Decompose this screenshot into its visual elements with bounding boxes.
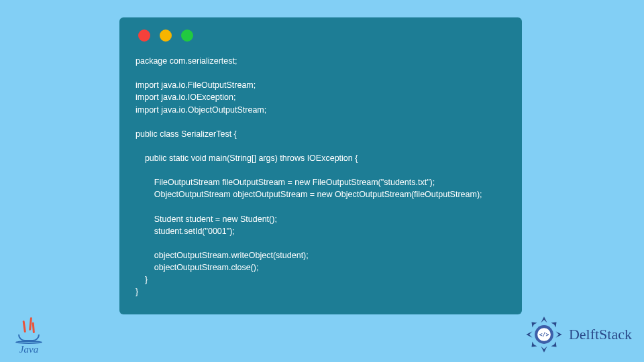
svg-marker-7 (531, 322, 537, 327)
java-logo: Java (13, 318, 45, 355)
svg-marker-1 (555, 331, 561, 337)
delftstack-logo: </> DelftStack (525, 315, 632, 354)
delftstack-label: DelftStack (569, 326, 632, 343)
svg-marker-6 (531, 341, 537, 347)
svg-marker-5 (551, 341, 556, 347)
close-icon (138, 29, 150, 42)
java-label: Java (19, 344, 38, 355)
java-cup-icon (18, 335, 40, 341)
java-steam-icon (19, 318, 38, 336)
maximize-icon (181, 29, 193, 42)
code-window: package com.serializertest; import java.… (119, 17, 522, 314)
minimize-icon (160, 29, 172, 42)
svg-marker-2 (541, 346, 547, 352)
traffic-lights (136, 29, 506, 42)
delftstack-badge-icon: </> (525, 315, 564, 354)
svg-marker-4 (551, 322, 556, 327)
svg-marker-3 (526, 331, 532, 337)
svg-marker-0 (541, 316, 547, 322)
code-block: package com.serializertest; import java.… (136, 55, 506, 298)
svg-text:</>: </> (539, 331, 549, 338)
